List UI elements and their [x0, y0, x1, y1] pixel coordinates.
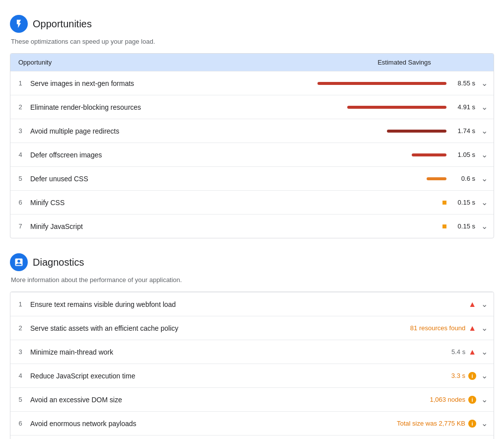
row-number: 7 — [10, 222, 30, 230]
row-metric: 1.74 s ⌄ — [315, 126, 494, 136]
row-metric: 8.55 s ⌄ — [315, 78, 494, 88]
row-number: 3 — [10, 127, 30, 135]
table-row[interactable]: 3 Minimize main-thread work 5.4 s ▲ ⌄ — [10, 340, 494, 364]
diag-metric: ▲ ⌄ — [315, 299, 494, 309]
chevron-icon: ⌄ — [481, 126, 488, 136]
row-label: Serve static assets with an efficient ca… — [30, 324, 315, 332]
table-row[interactable]: 4 Defer offscreen images 1.05 s ⌄ — [10, 143, 494, 166]
savings-bar-small — [442, 201, 446, 205]
metric-value: 0.15 s — [450, 199, 475, 206]
metric-text: Total size was 2,775 KB — [397, 420, 465, 427]
col-header-opportunity: Opportunity — [10, 54, 315, 71]
chevron-icon: ⌄ — [481, 371, 488, 380]
savings-bar — [412, 153, 446, 156]
chevron-icon: ⌄ — [481, 102, 488, 112]
row-number: 1 — [10, 79, 30, 87]
metric-value: 1.05 s — [450, 151, 475, 158]
row-label: Avoid an excessive DOM size — [30, 396, 315, 404]
opportunities-section: Opportunities These optimizations can sp… — [10, 15, 494, 238]
row-number: 5 — [10, 175, 30, 182]
chevron-icon: ⌄ — [481, 347, 488, 357]
bar-container — [315, 224, 446, 228]
row-label: Reduce JavaScript execution time — [30, 372, 315, 380]
row-label: Serve images in next-gen formats — [30, 79, 315, 87]
row-label: Avoid multiple page redirects — [30, 127, 315, 135]
table-row[interactable]: 5 Defer unused CSS 0.6 s ⌄ — [10, 166, 494, 190]
diagnostics-icon — [10, 253, 28, 271]
savings-bar — [427, 177, 446, 180]
row-label: Minify CSS — [30, 199, 315, 207]
row-number: 6 — [10, 199, 30, 206]
chevron-icon: ⌄ — [481, 150, 488, 159]
row-number: 4 — [10, 372, 30, 379]
metric-value: 0.15 s — [450, 222, 475, 230]
metric-text: 1,063 nodes — [430, 396, 465, 403]
table-row[interactable]: 6 Avoid enormous network payloads Total … — [10, 411, 494, 435]
metric-text: 3.3 s — [451, 372, 465, 379]
chevron-icon: ⌄ — [481, 395, 488, 404]
opportunities-header: Opportunities — [10, 15, 494, 33]
row-number: 2 — [10, 103, 30, 111]
table-row[interactable]: 7 Minify JavaScript 0.15 s ⌄ — [10, 214, 494, 238]
row-metric: 0.15 s ⌄ — [315, 198, 494, 207]
bar-container — [315, 130, 446, 133]
row-number: 1 — [10, 300, 30, 308]
metric-value: 4.91 s — [450, 103, 475, 111]
chevron-icon: ⌄ — [481, 78, 488, 88]
info-icon: i — [468, 420, 476, 428]
diagnostics-subtitle: More information about the performance o… — [11, 276, 494, 284]
warning-icon: ▲ — [468, 348, 476, 357]
row-metric: 0.15 s ⌄ — [315, 221, 494, 231]
diagnostics-header: Diagnostics — [10, 253, 494, 271]
chevron-icon: ⌄ — [481, 198, 488, 207]
savings-bar — [317, 82, 446, 85]
row-label: Minimize main-thread work — [30, 348, 315, 356]
row-label: Ensure text remains visible during webfo… — [30, 300, 315, 308]
table-row[interactable]: 2 Serve static assets with an efficient … — [10, 316, 494, 340]
opportunities-title: Opportunities — [33, 18, 92, 30]
row-label: Defer offscreen images — [30, 151, 315, 159]
savings-bar — [387, 130, 446, 133]
info-icon: i — [468, 396, 476, 404]
table-row[interactable]: 5 Avoid an excessive DOM size 1,063 node… — [10, 387, 494, 411]
metric-value: 8.55 s — [450, 79, 475, 87]
bar-container — [315, 177, 446, 180]
savings-bar — [347, 106, 446, 109]
diag-metric: 5.4 s ▲ ⌄ — [315, 347, 494, 357]
table-row[interactable]: 1 Serve images in next-gen formats 8.55 … — [10, 71, 494, 95]
row-label: Avoid enormous network payloads — [30, 420, 315, 428]
opportunities-icon — [10, 15, 28, 33]
row-metric: 0.6 s ⌄ — [315, 174, 494, 183]
row-label: Eliminate render-blocking resources — [30, 103, 315, 111]
diagnostics-title: Diagnostics — [33, 257, 84, 268]
chevron-icon: ⌄ — [481, 419, 488, 428]
diagnostics-svg-icon — [14, 257, 24, 267]
metric-value: 0.6 s — [450, 175, 475, 182]
diag-metric: 1,063 nodes i ⌄ — [315, 395, 494, 404]
diag-metric: 81 resources found ▲ ⌄ — [315, 323, 494, 333]
table-row[interactable]: 7 Minimize Critical Requests Depth 55 ch… — [10, 435, 494, 439]
chevron-icon: ⌄ — [481, 174, 488, 183]
table-row[interactable]: 3 Avoid multiple page redirects 1.74 s ⌄ — [10, 119, 494, 143]
bar-container — [315, 201, 446, 205]
lightning-icon — [14, 19, 24, 29]
row-number: 6 — [10, 420, 30, 427]
row-number: 5 — [10, 396, 30, 403]
metric-text: 5.4 s — [451, 348, 465, 356]
diag-metric: Total size was 2,775 KB i ⌄ — [315, 419, 494, 428]
chevron-icon: ⌄ — [481, 221, 488, 231]
row-metric: 4.91 s ⌄ — [315, 102, 494, 112]
chevron-icon: ⌄ — [481, 299, 488, 309]
row-number: 2 — [10, 324, 30, 332]
row-label: Minify JavaScript — [30, 222, 315, 230]
info-icon: i — [468, 372, 476, 380]
metric-value: 1.74 s — [450, 127, 475, 135]
opportunities-table-header: Opportunity Estimated Savings — [10, 54, 494, 71]
table-row[interactable]: 2 Eliminate render-blocking resources 4.… — [10, 95, 494, 119]
col-header-savings: Estimated Savings — [315, 54, 494, 71]
diagnostics-table: 1 Ensure text remains visible during web… — [10, 292, 494, 439]
table-row[interactable]: 6 Minify CSS 0.15 s ⌄ — [10, 190, 494, 214]
opportunities-subtitle: These optimizations can speed up your pa… — [11, 38, 494, 45]
table-row[interactable]: 4 Reduce JavaScript execution time 3.3 s… — [10, 364, 494, 387]
table-row[interactable]: 1 Ensure text remains visible during web… — [10, 292, 494, 316]
